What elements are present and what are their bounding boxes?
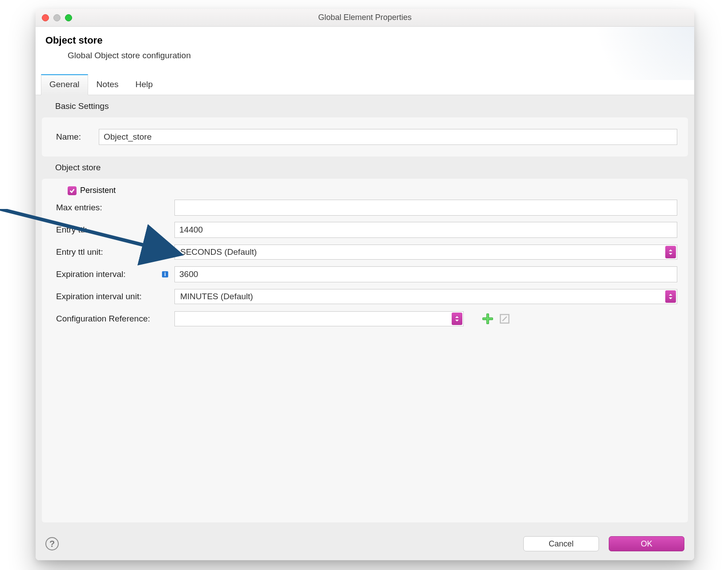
config-ref-value (175, 312, 451, 326)
page-subtitle: Global Object store configuration (45, 51, 684, 60)
tab-help[interactable]: Help (127, 75, 161, 95)
name-field[interactable] (99, 129, 677, 145)
svg-text:i: i (164, 271, 166, 277)
help-button[interactable]: ? (45, 537, 59, 550)
titlebar: Global Element Properties (36, 9, 694, 27)
expiration-interval-unit-value: MINUTES (Default) (175, 289, 664, 304)
entry-ttl-unit-select[interactable]: SECONDS (Default) (174, 245, 677, 260)
footer: ? Cancel OK (36, 529, 694, 560)
expiration-interval-label: Expiration interval: (53, 269, 168, 279)
tab-notes[interactable]: Notes (88, 75, 127, 95)
properties-window: Global Element Properties Object store G… (36, 9, 694, 560)
persistent-label: Persistent (80, 186, 116, 195)
entry-ttl-field[interactable] (174, 222, 677, 238)
cancel-button[interactable]: Cancel (523, 536, 599, 551)
entry-ttl-unit-value: SECONDS (Default) (175, 245, 664, 259)
entry-ttl-unit-label: Entry ttl unit: (53, 247, 168, 257)
traffic-lights (42, 14, 72, 21)
maximize-icon[interactable] (65, 14, 72, 21)
object-store-panel: Persistent Max entries: Entry ttl: Entry… (42, 179, 688, 522)
tabs: General Notes Help (36, 74, 694, 95)
max-entries-field[interactable] (174, 200, 677, 216)
tab-general[interactable]: General (41, 74, 88, 95)
expiration-interval-unit-label: Expiration interval unit: (53, 292, 168, 301)
persistent-checkbox[interactable] (68, 186, 77, 195)
add-icon[interactable] (482, 313, 493, 324)
entry-ttl-label: Entry ttl: (53, 225, 168, 235)
chevron-updown-icon (452, 313, 462, 325)
info-icon: i (161, 270, 169, 278)
chevron-updown-icon (665, 290, 676, 303)
edit-icon[interactable] (499, 313, 510, 324)
page-title: Object store (45, 35, 684, 46)
ok-button[interactable]: OK (609, 536, 684, 551)
chevron-updown-icon (665, 246, 676, 258)
name-label: Name: (53, 132, 93, 142)
header: Object store Global Object store configu… (36, 27, 694, 74)
basic-settings-panel: Name: (42, 117, 688, 157)
max-entries-label: Max entries: (53, 203, 168, 213)
section-basic-title: Basic Settings (42, 101, 688, 111)
minimize-icon (53, 14, 61, 21)
expiration-interval-unit-select[interactable]: MINUTES (Default) (174, 289, 677, 304)
config-ref-select[interactable] (174, 311, 464, 326)
section-objectstore-title: Object store (42, 163, 688, 173)
tab-content: Basic Settings Name: Object store Persis… (36, 95, 694, 529)
config-ref-label: Configuration Reference: (53, 314, 168, 324)
close-icon[interactable] (42, 14, 49, 21)
expiration-interval-field[interactable] (174, 266, 677, 282)
window-title: Global Element Properties (318, 13, 412, 22)
